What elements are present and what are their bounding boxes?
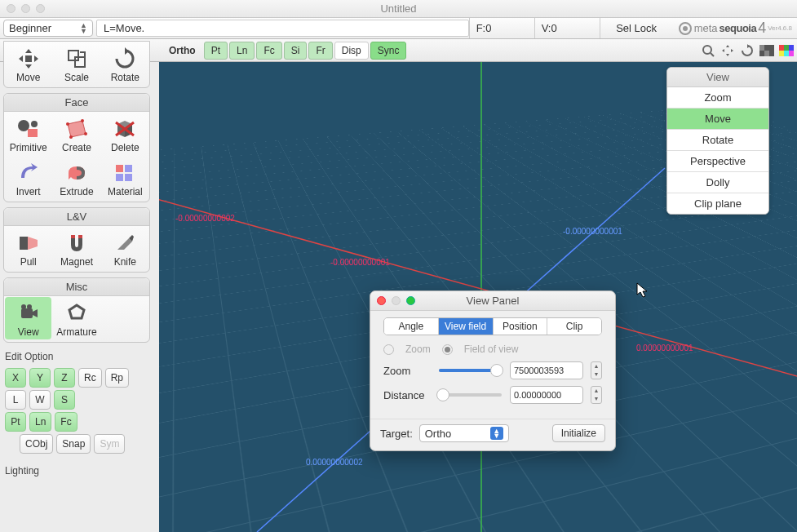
tool-delete[interactable]: Delete: [102, 113, 148, 155]
color-palette-icon[interactable]: [779, 43, 794, 58]
radio-fov[interactable]: [442, 344, 453, 355]
chip-w[interactable]: W: [29, 390, 51, 410]
pill-disp[interactable]: Disp: [334, 42, 369, 60]
updown-icon: ▲▼: [80, 23, 87, 34]
tool-move-label: Move: [5, 72, 51, 83]
pill-ln[interactable]: Ln: [229, 42, 255, 60]
distance-input[interactable]: 0.00000000: [510, 386, 583, 404]
tool-armature-label: Armature: [53, 326, 100, 338]
view-menu-zoom[interactable]: Zoom: [667, 87, 768, 109]
display-mode-icon[interactable]: [759, 43, 774, 58]
chip-cobj[interactable]: CObj: [20, 434, 53, 454]
distance-value: 0.00000000: [514, 390, 561, 400]
tab-position[interactable]: Position: [494, 318, 548, 335]
svg-point-17: [31, 121, 38, 127]
sel-lock-button[interactable]: Sel Lock: [600, 18, 673, 38]
svg-rect-16: [28, 129, 38, 137]
tool-view-label: View: [5, 326, 51, 338]
zoom-stepper[interactable]: ▲▼: [591, 361, 602, 379]
dialog-zoom-icon[interactable]: [406, 296, 415, 305]
dialog-minimize-icon[interactable]: [392, 296, 401, 305]
chip-pt[interactable]: Pt: [5, 412, 26, 432]
tool-primitive[interactable]: Primitive: [5, 113, 51, 155]
chip-snap[interactable]: Snap: [56, 434, 91, 454]
view-menu-header: View: [667, 68, 768, 87]
svg-rect-29: [78, 235, 82, 238]
search-icon[interactable]: [701, 43, 715, 58]
chip-rp[interactable]: Rp: [105, 368, 129, 388]
chip-ln[interactable]: Ln: [29, 412, 51, 432]
zoom-label: Zoom: [383, 365, 431, 377]
skill-level-select[interactable]: Beginner ▲▼: [3, 20, 93, 37]
tab-angle[interactable]: Angle: [384, 318, 439, 335]
target-select[interactable]: Ortho ▲▼: [419, 424, 509, 442]
tool-material[interactable]: Material: [102, 157, 148, 199]
radio-zoom[interactable]: [383, 344, 394, 355]
chip-z[interactable]: Z: [54, 368, 75, 388]
view-menu-clip-plane[interactable]: Clip plane: [667, 193, 768, 214]
svg-rect-30: [21, 308, 33, 318]
axis-label-z-pos2: 0.00000000002: [306, 458, 363, 467]
pill-pt[interactable]: Pt: [204, 42, 228, 60]
tool-scale[interactable]: Scale: [53, 42, 100, 85]
tool-move[interactable]: Move: [5, 42, 51, 85]
initialize-button[interactable]: Initialize: [552, 424, 605, 442]
close-icon[interactable]: [7, 4, 15, 13]
view-menu-perspective[interactable]: Perspective: [667, 151, 768, 172]
lighting-header: Lighting: [3, 462, 150, 480]
edit-option-panel: Edit Option X Y Z Rc Rp L W S Pt Ln Fc C…: [3, 348, 150, 480]
zoom-slider[interactable]: [439, 369, 502, 372]
dialog-titlebar[interactable]: View Panel: [370, 291, 615, 311]
svg-point-15: [18, 120, 29, 131]
tool-create[interactable]: Create: [53, 113, 100, 155]
chip-s[interactable]: S: [54, 390, 75, 410]
tool-rotate[interactable]: Rotate: [102, 42, 148, 85]
chip-y[interactable]: Y: [29, 368, 51, 388]
zoom-input[interactable]: 7500003593: [510, 361, 583, 379]
view-menu-dolly[interactable]: Dolly: [667, 172, 768, 193]
tab-clip[interactable]: Clip: [547, 318, 601, 335]
tool-magnet[interactable]: Magnet: [53, 227, 100, 269]
tool-pull[interactable]: Pull: [5, 227, 51, 269]
view-menu: View Zoom Move Rotate Perspective Dolly …: [666, 67, 769, 215]
tool-scale-label: Scale: [53, 72, 100, 83]
dialog-close-icon[interactable]: [377, 296, 386, 305]
tool-knife[interactable]: Knife: [102, 227, 148, 269]
status-hint-text: L=Move.: [104, 22, 144, 34]
logo-icon: [678, 21, 693, 36]
distance-slider[interactable]: [439, 393, 502, 397]
minimize-icon[interactable]: [21, 4, 30, 13]
tool-view[interactable]: View: [5, 297, 51, 339]
rotate-view-icon[interactable]: [740, 43, 755, 58]
ortho-label[interactable]: Ortho: [162, 42, 202, 60]
material-icon: [113, 162, 137, 184]
axis-label-x-neg2: -0.00000000002: [175, 214, 235, 223]
view-menu-move[interactable]: Move: [667, 109, 768, 130]
zoom-window-icon[interactable]: [36, 4, 45, 13]
tool-armature[interactable]: Armature: [53, 297, 100, 339]
pill-si[interactable]: Si: [284, 42, 308, 60]
pill-sync[interactable]: Sync: [370, 42, 407, 60]
magnet-icon: [64, 232, 89, 255]
distance-label: Distance: [383, 389, 431, 401]
svg-rect-6: [764, 51, 769, 56]
pill-fc[interactable]: Fc: [256, 42, 281, 60]
chip-l[interactable]: L: [5, 390, 26, 410]
delete-icon: [113, 117, 137, 140]
tool-extrude[interactable]: Extrude: [53, 157, 100, 199]
tool-invert[interactable]: Invert: [5, 157, 51, 199]
chip-fc[interactable]: Fc: [55, 412, 77, 432]
pill-fr[interactable]: Fr: [308, 42, 332, 60]
svg-rect-9: [789, 45, 794, 51]
chip-rc[interactable]: Rc: [78, 368, 102, 388]
view-menu-rotate[interactable]: Rotate: [667, 130, 768, 151]
group-face: Face: [4, 94, 149, 112]
distance-stepper[interactable]: ▲▼: [591, 386, 602, 404]
window-controls[interactable]: [7, 4, 45, 13]
chip-sym[interactable]: Sym: [94, 434, 125, 454]
status-hint: L=Move.: [96, 20, 469, 37]
move-view-icon[interactable]: [720, 43, 735, 58]
status-vertices: V:0: [534, 18, 600, 38]
tab-view-field[interactable]: View field: [439, 318, 494, 335]
chip-x[interactable]: X: [5, 368, 26, 388]
